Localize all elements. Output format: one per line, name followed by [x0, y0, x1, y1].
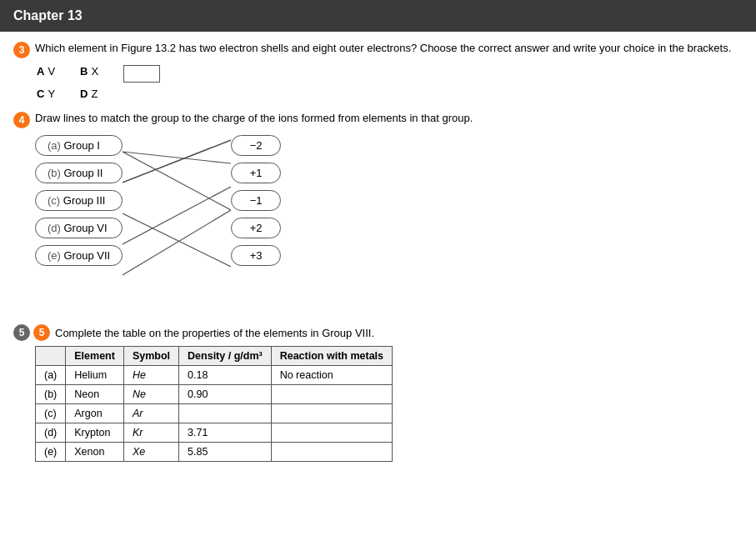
svg-line-5: [123, 152, 231, 210]
question-5: 5 5 Complete the table on the properties…: [13, 324, 743, 462]
row-e-label: (e): [36, 443, 66, 462]
col-density: Density / g/dm³: [179, 347, 272, 366]
table-row: (e) Xenon Xe 5.85: [36, 443, 393, 462]
q3-option-d: D Z: [80, 88, 98, 100]
q3-answers-2: C Y D Z: [37, 88, 743, 100]
row-d-reaction: [271, 423, 392, 443]
table-row: (a) Helium He 0.18 No reaction: [36, 366, 393, 385]
q3-answers: A V B X: [37, 65, 743, 83]
row-d-element: Krypton: [66, 423, 124, 443]
group-c-pill: (c) Group III: [35, 190, 123, 211]
svg-line-4: [123, 210, 231, 275]
col-label: [36, 347, 66, 366]
table-row: (b) Neon Ne 0.90: [36, 385, 393, 404]
table-row: (c) Argon Ar: [36, 404, 393, 423]
charge-plus3: +3: [231, 245, 281, 266]
q3-option-c: C Y: [37, 88, 55, 100]
row-b-density: 0.90: [179, 385, 272, 404]
row-d-label: (d): [36, 423, 66, 443]
question-4: 4 Draw lines to match the group to the c…: [13, 112, 743, 313]
q5-table: Element Symbol Density / g/dm³ Reaction …: [35, 346, 393, 462]
svg-line-2: [123, 213, 231, 267]
q4-number: 4: [13, 112, 30, 128]
q3-option-a: A V: [37, 65, 55, 83]
row-e-density: 5.85: [179, 443, 272, 462]
group-b-pill: (b) Group II: [35, 163, 123, 183]
q5-number: 5: [33, 324, 50, 341]
q5-section-number: 5: [13, 324, 30, 341]
row-d-symbol: Kr: [123, 423, 178, 443]
row-c-reaction: [271, 404, 392, 423]
q3-bracket[interactable]: [123, 65, 160, 83]
q5-text: Complete the table on the properties of …: [55, 327, 374, 339]
q3-option-b: B X: [80, 65, 98, 83]
q3-text: Which element in Figure 13.2 has two ele…: [35, 42, 743, 54]
q3-number: 3: [13, 42, 30, 58]
row-c-label: (c): [36, 404, 66, 423]
svg-line-3: [123, 187, 231, 244]
charge-minus1: −1: [231, 190, 281, 211]
group-a-pill: (a) Group I: [35, 135, 123, 156]
connecting-lines: [123, 135, 231, 310]
charge-plus1: +1: [231, 163, 281, 183]
col-reaction: Reaction with metals: [271, 347, 392, 366]
row-a-symbol: He: [123, 366, 178, 385]
row-a-reaction: No reaction: [271, 366, 392, 385]
row-b-symbol: Ne: [123, 385, 178, 404]
row-a-density: 0.18: [179, 366, 272, 385]
group-e-pill: (e) Group VII: [35, 245, 123, 266]
q4-text: Draw lines to match the group to the cha…: [35, 112, 743, 124]
row-b-label: (b): [36, 385, 66, 404]
row-b-reaction: [271, 385, 392, 404]
row-c-symbol: Ar: [123, 404, 178, 423]
question-3: 3 Which element in Figure 13.2 has two e…: [13, 42, 743, 100]
row-a-label: (a): [36, 366, 66, 385]
row-b-element: Neon: [66, 385, 124, 404]
chapter-header: Chapter 13: [0, 0, 756, 32]
row-e-symbol: Xe: [123, 443, 178, 462]
col-symbol: Symbol: [123, 347, 178, 366]
row-c-density: [179, 404, 272, 423]
row-e-reaction: [271, 443, 392, 462]
row-d-density: 3.71: [179, 423, 272, 443]
row-e-element: Xenon: [66, 443, 124, 462]
row-a-element: Helium: [66, 366, 124, 385]
charge-plus2: +2: [231, 218, 281, 238]
row-c-element: Argon: [66, 404, 124, 423]
group-d-pill: (d) Group VI: [35, 218, 123, 238]
charge-minus2: −2: [231, 135, 281, 156]
col-element: Element: [66, 347, 124, 366]
chapter-title: Chapter 13: [13, 8, 83, 23]
table-row: (d) Krypton Kr 3.71: [36, 423, 393, 443]
